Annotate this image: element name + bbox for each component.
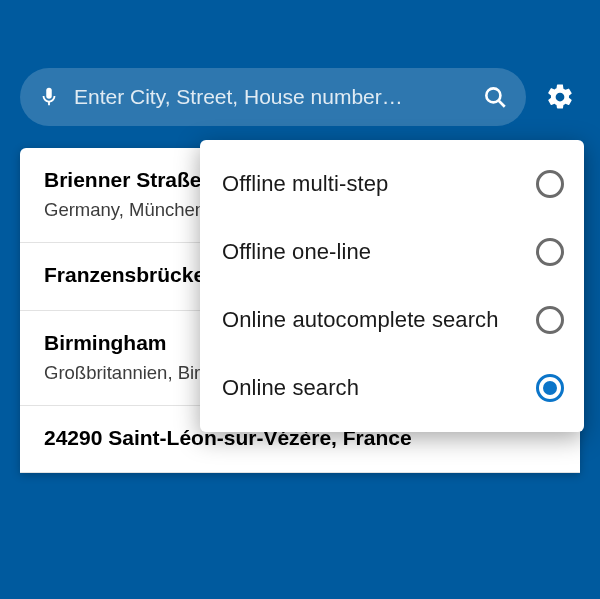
option-label: Online search xyxy=(222,375,359,401)
svg-line-1 xyxy=(499,101,505,107)
header xyxy=(0,0,600,126)
search-input[interactable] xyxy=(74,85,468,109)
option-label: Offline multi-step xyxy=(222,171,388,197)
settings-button[interactable] xyxy=(540,77,580,117)
mic-icon[interactable] xyxy=(38,86,60,108)
option-label: Online autocomplete search xyxy=(222,307,499,333)
svg-point-0 xyxy=(486,88,500,102)
search-icon[interactable] xyxy=(482,84,508,110)
radio-icon xyxy=(536,306,564,334)
radio-icon xyxy=(536,238,564,266)
search-mode-option-offline-oneline[interactable]: Offline one-line xyxy=(200,218,584,286)
search-mode-option-online-search[interactable]: Online search xyxy=(200,354,584,422)
search-mode-popup: Offline multi-step Offline one-line Onli… xyxy=(200,140,584,432)
gear-icon xyxy=(545,82,575,112)
search-bar[interactable] xyxy=(20,68,526,126)
search-mode-option-online-autocomplete[interactable]: Online autocomplete search xyxy=(200,286,584,354)
radio-icon xyxy=(536,374,564,402)
search-mode-option-offline-multistep[interactable]: Offline multi-step xyxy=(200,150,584,218)
option-label: Offline one-line xyxy=(222,239,371,265)
radio-icon xyxy=(536,170,564,198)
